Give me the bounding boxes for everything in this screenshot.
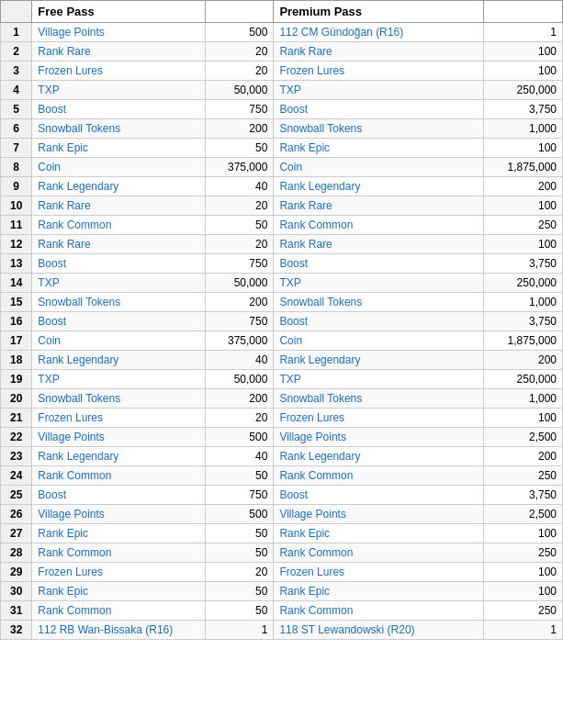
free-pass-name: Boost (32, 100, 206, 119)
row-number: 20 (1, 389, 32, 409)
free-pass-value: 750 (206, 312, 274, 331)
row-number: 14 (1, 274, 32, 293)
free-pass-value: 750 (206, 100, 274, 119)
free-pass-value: 50 (206, 466, 274, 486)
premium-pass-name: Snowball Tokens (274, 119, 484, 139)
free-pass-value: 50 (206, 216, 274, 235)
table-row: 13Boost750Boost3,750 (1, 254, 563, 274)
row-number: 24 (1, 466, 32, 486)
free-pass-name: Rank Legendary (32, 351, 206, 370)
table-row: 21Frozen Lures20Frozen Lures100 (1, 409, 563, 428)
premium-pass-name: Rank Rare (274, 42, 484, 62)
table-row: 25Boost750Boost3,750 (1, 486, 563, 505)
row-number: 15 (1, 293, 32, 312)
table-row: 3Frozen Lures20Frozen Lures100 (1, 62, 563, 81)
premium-pass-value: 250 (484, 466, 563, 486)
free-pass-value: 50 (206, 524, 274, 543)
row-number: 13 (1, 254, 32, 274)
row-number: 1 (1, 23, 32, 42)
free-pass-value: 20 (206, 62, 274, 81)
premium-pass-value: 200 (484, 351, 563, 370)
premium-pass-value: 100 (484, 62, 563, 81)
premium-pass-name: TXP (274, 81, 484, 100)
premium-pass-name: Rank Common (274, 543, 484, 563)
table-row: 17Coin375,000Coin1,875,000 (1, 331, 563, 351)
table-row: 10Rank Rare20Rank Rare100 (1, 196, 563, 216)
premium-pass-value: 2,500 (484, 505, 563, 524)
table-row: 29Frozen Lures20Frozen Lures100 (1, 563, 563, 582)
premium-pass-value: 100 (484, 235, 563, 254)
row-number: 7 (1, 139, 32, 158)
premium-pass-name: Rank Common (274, 601, 484, 621)
row-number: 31 (1, 601, 32, 621)
premium-pass-name: 118 ST Lewandowski (R20) (274, 621, 484, 640)
table-row: 27Rank Epic50Rank Epic100 (1, 524, 563, 543)
free-pass-name: Snowball Tokens (32, 119, 206, 139)
premium-pass-value: 250 (484, 543, 563, 563)
free-pass-value: 200 (206, 389, 274, 409)
row-number: 11 (1, 216, 32, 235)
premium-pass-value: 1,000 (484, 389, 563, 409)
free-pass-name: Rank Common (32, 466, 206, 486)
header-free-pass: Free Pass (32, 1, 206, 23)
premium-pass-value: 1 (484, 23, 563, 42)
premium-pass-name: Coin (274, 158, 484, 177)
free-pass-value: 500 (206, 428, 274, 447)
premium-pass-name: Rank Epic (274, 582, 484, 601)
free-pass-name: Boost (32, 254, 206, 274)
free-pass-value: 500 (206, 505, 274, 524)
free-pass-name: Rank Rare (32, 196, 206, 216)
premium-pass-name: Rank Common (274, 466, 484, 486)
table-row: 24Rank Common50Rank Common250 (1, 466, 563, 486)
premium-pass-value: 3,750 (484, 486, 563, 505)
free-pass-name: Village Points (32, 505, 206, 524)
row-number: 4 (1, 81, 32, 100)
premium-pass-name: Boost (274, 312, 484, 331)
free-pass-value: 40 (206, 351, 274, 370)
premium-pass-name: Rank Legendary (274, 177, 484, 196)
premium-pass-name: Snowball Tokens (274, 389, 484, 409)
row-number: 16 (1, 312, 32, 331)
free-pass-value: 20 (206, 196, 274, 216)
premium-pass-value: 1,000 (484, 119, 563, 139)
premium-pass-name: Rank Epic (274, 524, 484, 543)
premium-pass-value: 1,875,000 (484, 158, 563, 177)
free-pass-name: Rank Common (32, 601, 206, 621)
row-number: 18 (1, 351, 32, 370)
free-pass-name: Rank Rare (32, 235, 206, 254)
premium-pass-name: Coin (274, 331, 484, 351)
premium-pass-value: 250,000 (484, 370, 563, 389)
row-number: 30 (1, 582, 32, 601)
row-number: 21 (1, 409, 32, 428)
premium-pass-value: 2,500 (484, 428, 563, 447)
table-row: 23Rank Legendary40Rank Legendary200 (1, 447, 563, 466)
free-pass-name: Rank Legendary (32, 447, 206, 466)
main-table-container: Free Pass Premium Pass 1Village Points50… (0, 0, 563, 640)
header-num (1, 1, 32, 23)
table-row: 7Rank Epic50Rank Epic100 (1, 139, 563, 158)
free-pass-name: Village Points (32, 23, 206, 42)
premium-pass-name: Rank Rare (274, 196, 484, 216)
table-row: 20Snowball Tokens200Snowball Tokens1,000 (1, 389, 563, 409)
free-pass-value: 40 (206, 177, 274, 196)
row-number: 6 (1, 119, 32, 139)
table-row: 6Snowball Tokens200Snowball Tokens1,000 (1, 119, 563, 139)
free-pass-name: Coin (32, 158, 206, 177)
premium-pass-name: Frozen Lures (274, 409, 484, 428)
premium-pass-value: 100 (484, 563, 563, 582)
premium-pass-value: 250,000 (484, 274, 563, 293)
row-number: 28 (1, 543, 32, 563)
free-pass-name: Frozen Lures (32, 62, 206, 81)
table-row: 32112 RB Wan-Bissaka (R16)1118 ST Lewand… (1, 621, 563, 640)
premium-pass-value: 100 (484, 409, 563, 428)
premium-pass-value: 100 (484, 524, 563, 543)
free-pass-value: 50 (206, 139, 274, 158)
free-pass-value: 750 (206, 486, 274, 505)
premium-pass-name: Boost (274, 254, 484, 274)
row-number: 32 (1, 621, 32, 640)
free-pass-name: Rank Common (32, 543, 206, 563)
free-pass-name: TXP (32, 274, 206, 293)
free-pass-value: 50 (206, 601, 274, 621)
free-pass-value: 50,000 (206, 370, 274, 389)
premium-pass-name: Boost (274, 100, 484, 119)
